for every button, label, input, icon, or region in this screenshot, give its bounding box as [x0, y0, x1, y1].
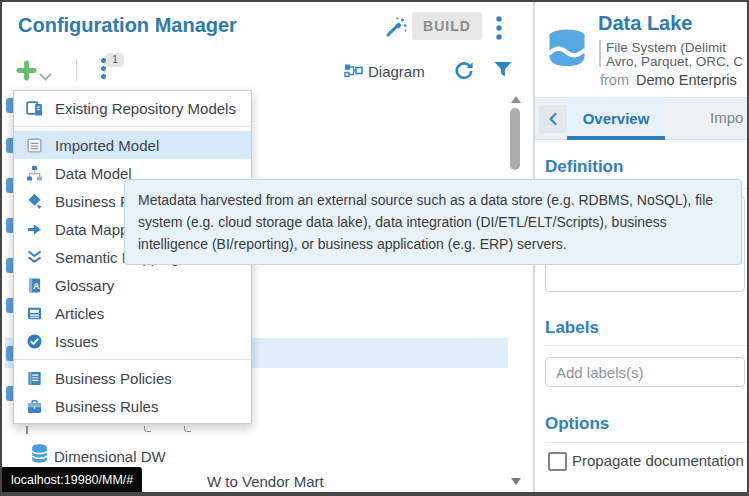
add-labels-input[interactable]: [545, 357, 745, 387]
options-section-title: Options: [545, 414, 609, 434]
diagram-toggle-label[interactable]: Diagram: [368, 63, 425, 80]
detail-title: Data Lake: [598, 12, 693, 35]
menu-separator: [14, 126, 251, 127]
menu-item-glossary[interactable]: A Glossary: [14, 271, 251, 299]
scrollbar-down-arrow[interactable]: [511, 478, 521, 485]
menu-item-issues[interactable]: Issues: [14, 327, 251, 355]
chevron-left-icon: [547, 112, 559, 126]
menu-item-business-rules[interactable]: Business Rules: [14, 392, 251, 420]
filter-funnel-icon[interactable]: [493, 61, 513, 83]
repository-model-icon: [26, 100, 43, 117]
menu-item-imported-model[interactable]: Imported Model: [14, 131, 251, 159]
from-label: from: [600, 72, 629, 88]
scrollbar-thumb[interactable]: [510, 108, 520, 170]
selection-count-badge: 1: [106, 53, 124, 67]
database-icon: [30, 443, 49, 468]
business-rules-icon: [26, 398, 43, 415]
detail-subtitle-line1: File System (Delimit: [606, 40, 726, 55]
data-lake-icon: [543, 26, 591, 78]
propagate-documentation-checkbox[interactable]: [548, 452, 567, 471]
obscured-item-fragment: [144, 426, 151, 432]
tree-item-vendor-mart[interactable]: W to Vendor Mart: [207, 473, 324, 490]
diagram-icon[interactable]: [344, 62, 363, 82]
obscured-item-fragment: [26, 426, 28, 434]
detail-source: fromDemo Enterpris: [600, 72, 737, 88]
refresh-icon[interactable]: [452, 59, 476, 87]
business-diamond-icon: [26, 193, 43, 210]
data-mapping-icon: [26, 221, 43, 238]
build-button[interactable]: BUILD: [412, 12, 482, 40]
labels-section-title: Labels: [545, 318, 599, 338]
imported-model-tooltip: Metadata harvested from an external sour…: [124, 179, 742, 265]
scrollbar-up-arrow[interactable]: [511, 96, 521, 103]
issues-icon: [26, 333, 43, 350]
data-model-icon: [26, 165, 43, 182]
from-value: Demo Enterpris: [636, 72, 737, 88]
definition-section-title: Definition: [545, 157, 623, 177]
section-divider: [545, 442, 749, 443]
collapse-panel-button[interactable]: [539, 105, 567, 133]
page-title: Configuration Manager: [18, 14, 237, 37]
menu-item-existing-repository-models[interactable]: Existing Repository Models: [14, 94, 251, 122]
configuration-manager-window: Configuration Manager BUILD 1: [0, 0, 749, 496]
section-divider: [545, 345, 749, 346]
articles-icon: [26, 305, 43, 322]
toolbar-divider: [76, 59, 77, 81]
svg-text:A: A: [33, 280, 40, 290]
menu-item-business-policies[interactable]: Business Policies: [14, 364, 251, 392]
glossary-icon: A: [26, 277, 43, 294]
tab-overview[interactable]: Overview: [567, 97, 665, 140]
semantic-mapping-icon: [26, 249, 43, 266]
status-url-bar: localhost:19980/MM/#: [2, 467, 142, 493]
obscured-item-fragment: [184, 426, 191, 432]
add-plus-icon[interactable]: [16, 60, 37, 85]
tab-import[interactable]: Impo: [710, 109, 743, 126]
menu-item-articles[interactable]: Articles: [14, 299, 251, 327]
detail-subtitle-line2: Avro, Parquet, ORC, C: [606, 54, 743, 69]
active-tab-underline: [567, 136, 665, 140]
business-policies-icon: [26, 370, 43, 387]
magic-wand-icon[interactable]: [384, 15, 408, 43]
propagate-documentation-label: Propagate documentation: [572, 452, 744, 469]
menu-separator: [14, 359, 251, 360]
subtitle-divider: [599, 40, 601, 67]
header-kebab-menu-icon[interactable]: [495, 15, 503, 45]
add-chevron-down-icon[interactable]: [39, 68, 52, 86]
tree-item-dimensional-dw[interactable]: Dimensional DW: [54, 448, 166, 465]
imported-model-icon: [26, 137, 43, 154]
